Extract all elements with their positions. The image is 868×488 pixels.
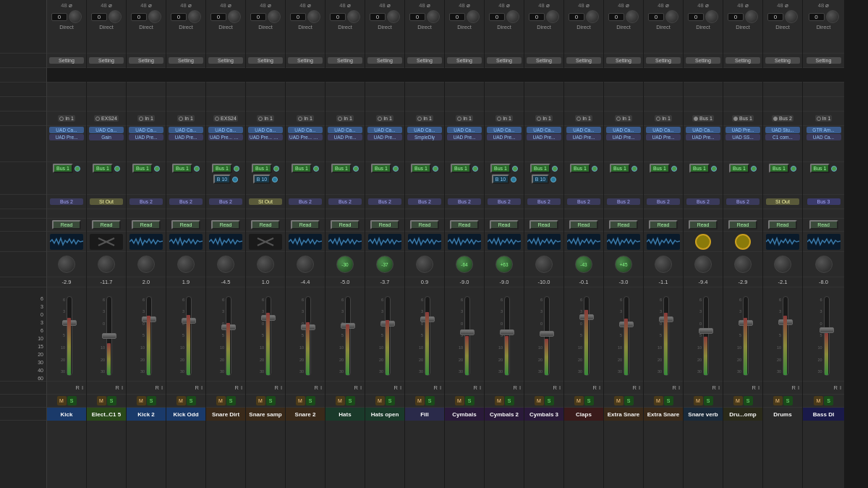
audiofx-item1[interactable]: UAD Ca...	[606, 127, 641, 133]
audiofx-item2[interactable]: UAD Pre...	[447, 134, 482, 140]
send-b10-btn[interactable]: B 10	[253, 174, 271, 184]
input-btn[interactable]: In 1	[535, 115, 553, 122]
audiofx-item2[interactable]: UAD Pre...	[169, 134, 203, 140]
fader-handle[interactable]	[500, 329, 514, 335]
bit-depth-box[interactable]: 0	[767, 13, 783, 21]
mute-btn[interactable]: M	[336, 396, 345, 405]
solo-btn[interactable]: S	[147, 396, 156, 405]
audiofx-item1[interactable]: UAD Ca...	[328, 127, 362, 133]
bit-depth-box[interactable]: 0	[171, 13, 187, 21]
device-knob[interactable]	[785, 10, 798, 23]
device-knob[interactable]	[307, 10, 320, 23]
bit-depth-box[interactable]: 0	[608, 13, 624, 21]
solo-btn[interactable]: S	[505, 396, 514, 405]
bit-depth-box[interactable]: 0	[290, 13, 306, 21]
audiofx-item1[interactable]: UAD Ca...	[129, 127, 163, 133]
device-knob[interactable]	[705, 10, 718, 23]
solo-btn[interactable]: S	[107, 396, 116, 405]
device-knob[interactable]	[228, 10, 241, 23]
output-btn[interactable]: Bus 2	[448, 198, 481, 205]
send-bus1-btn[interactable]: Bus 1	[570, 164, 590, 173]
solo-btn[interactable]: S	[624, 396, 634, 405]
device-knob[interactable]	[387, 10, 400, 23]
audiofx-item1[interactable]: UAD Ca...	[527, 127, 561, 133]
pan-knob[interactable]	[655, 256, 672, 273]
device-knob[interactable]	[268, 10, 281, 23]
solo-btn[interactable]: S	[704, 396, 713, 405]
output-btn[interactable]: St Out	[90, 198, 123, 205]
audiofx-item1[interactable]: UAD Ca...	[646, 127, 681, 133]
fader-track[interactable]	[504, 296, 510, 376]
solo-btn[interactable]: S	[584, 396, 594, 405]
input-btn[interactable]: In 1	[815, 115, 833, 122]
send-bus1-btn[interactable]: Bus 1	[729, 164, 749, 173]
audiofx-item2[interactable]: UAD Ca...	[807, 134, 841, 140]
audiofx-item1[interactable]: UAD Ca...	[49, 127, 84, 133]
audiofx-item2[interactable]: UAD Pre...	[367, 134, 402, 140]
bit-depth-box[interactable]: 0	[529, 13, 545, 21]
send-bus1-btn[interactable]: Bus 1	[451, 164, 471, 173]
fader-handle[interactable]	[102, 333, 116, 339]
automation-btn[interactable]: Read	[251, 220, 280, 230]
solo-btn[interactable]: S	[386, 396, 395, 405]
automation-btn[interactable]: Read	[171, 220, 200, 230]
pan-knob[interactable]	[416, 256, 433, 273]
audiofx-item1[interactable]: UAD Ca...	[89, 127, 124, 133]
input-btn[interactable]: In 1	[177, 115, 195, 122]
send-b10-btn[interactable]: B 10	[492, 174, 509, 184]
mute-btn[interactable]: M	[375, 396, 385, 405]
send-bus1-btn[interactable]: Bus 1	[53, 164, 73, 173]
automation-btn[interactable]: Read	[529, 220, 558, 230]
audiofx-item1[interactable]: UAD Ca...	[288, 127, 323, 133]
audiofx-item1[interactable]: UAD Ca...	[248, 127, 283, 133]
audiofx-item2[interactable]: UAD Pre...	[686, 134, 720, 140]
audiofx-item2[interactable]: UAD SS...	[726, 134, 760, 140]
output-btn[interactable]: Bus 3	[807, 198, 841, 205]
audiofx-item1[interactable]: UAD Ca...	[367, 127, 402, 133]
automation-btn[interactable]: Read	[410, 220, 439, 230]
output-btn[interactable]: Bus 2	[726, 198, 760, 205]
pan-knob[interactable]	[297, 256, 314, 273]
setting-btn[interactable]: Setting	[527, 57, 561, 64]
setting-btn[interactable]: Setting	[49, 57, 84, 64]
fader-handle[interactable]	[699, 328, 713, 334]
send-bus1-btn[interactable]: Bus 1	[292, 164, 312, 173]
output-btn[interactable]: Bus 2	[408, 198, 441, 205]
channel-name-bar[interactable]: Dru...omp	[723, 408, 762, 421]
mute-btn[interactable]: M	[216, 396, 226, 405]
mute-btn[interactable]: M	[614, 396, 624, 405]
send-bus1-btn[interactable]: Bus 1	[810, 164, 830, 173]
audiofx-item2[interactable]: UAD Pre...	[566, 134, 601, 140]
automation-btn[interactable]: Read	[728, 220, 757, 230]
channel-name-bar[interactable]: Bass DI	[803, 408, 844, 421]
pan-knob[interactable]: -64	[456, 256, 473, 273]
mute-btn[interactable]: M	[654, 396, 663, 405]
fader-track[interactable]	[385, 296, 391, 376]
solo-btn[interactable]: S	[266, 396, 276, 405]
input-btn[interactable]: In 1	[297, 115, 314, 122]
automation-btn[interactable]: Read	[490, 220, 519, 230]
solo-btn[interactable]: S	[226, 396, 236, 405]
fader-track[interactable]	[305, 296, 311, 376]
audiofx-item2[interactable]: UAD Pre...	[328, 134, 362, 140]
send-bus1-btn[interactable]: Bus 1	[371, 164, 391, 173]
fader-track[interactable]	[464, 296, 470, 376]
output-btn[interactable]: Bus 2	[527, 198, 561, 205]
channel-name-bar[interactable]: Snare samp	[246, 408, 285, 421]
pan-knob[interactable]: -43	[575, 256, 592, 273]
pan-knob[interactable]	[137, 256, 155, 273]
pan-knob[interactable]	[734, 256, 752, 273]
solo-btn[interactable]: S	[783, 396, 793, 405]
output-btn[interactable]: Bus 2	[209, 198, 242, 205]
send-bus1-btn[interactable]: Bus 1	[212, 164, 232, 173]
fader-track[interactable]	[544, 296, 550, 376]
automation-btn[interactable]: Read	[649, 220, 678, 230]
fader-track[interactable]	[703, 296, 709, 376]
output-btn[interactable]: Bus 2	[129, 198, 163, 205]
setting-btn[interactable]: Setting	[208, 57, 243, 64]
input-btn[interactable]: EXS24	[94, 115, 119, 122]
setting-btn[interactable]: Setting	[606, 57, 641, 64]
input-btn[interactable]: In 1	[495, 115, 513, 122]
audiofx-item1[interactable]: UAD Ca...	[169, 127, 203, 133]
pan-knob[interactable]: +63	[495, 256, 513, 273]
